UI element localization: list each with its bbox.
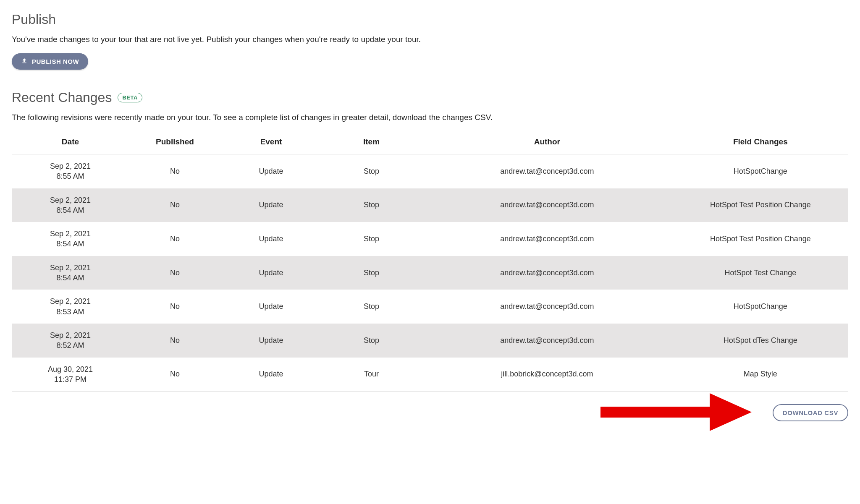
cell-field-changes: HotSpot dTes Change bbox=[673, 324, 848, 358]
cell-event: Update bbox=[221, 188, 321, 222]
date-line1: Sep 2, 2021 bbox=[15, 263, 126, 273]
table-row: Sep 2, 20218:54 AMNoUpdateStopandrew.tat… bbox=[12, 222, 848, 256]
cell-author: andrew.tat@concept3d.com bbox=[422, 188, 673, 222]
cell-published: No bbox=[129, 358, 221, 392]
beta-badge: BETA bbox=[118, 93, 142, 102]
date-line1: Sep 2, 2021 bbox=[15, 161, 126, 171]
date-line2: 8:52 AM bbox=[15, 340, 126, 350]
col-header-field-changes: Field Changes bbox=[673, 131, 848, 154]
recent-changes-title: Recent Changes bbox=[12, 90, 112, 105]
cell-item: Stop bbox=[321, 154, 422, 188]
recent-changes-description: The following revisions were recently ma… bbox=[12, 113, 848, 122]
cell-published: No bbox=[129, 222, 221, 256]
col-header-date: Date bbox=[12, 131, 129, 154]
cell-field-changes: HotSpot Test Position Change bbox=[673, 188, 848, 222]
upload-icon bbox=[21, 57, 28, 65]
annotation-arrow-icon bbox=[600, 389, 752, 433]
cell-item: Stop bbox=[321, 324, 422, 358]
cell-item: Tour bbox=[321, 358, 422, 392]
cell-date: Sep 2, 20218:54 AM bbox=[12, 188, 129, 222]
cell-field-changes: HotSpotChange bbox=[673, 290, 848, 324]
table-row: Aug 30, 202111:37 PMNoUpdateTourjill.bob… bbox=[12, 358, 848, 392]
publish-title: Publish bbox=[12, 12, 848, 27]
cell-event: Update bbox=[221, 222, 321, 256]
col-header-author: Author bbox=[422, 131, 673, 154]
cell-event: Update bbox=[221, 256, 321, 290]
table-row: Sep 2, 20218:55 AMNoUpdateStopandrew.tat… bbox=[12, 154, 848, 188]
cell-date: Sep 2, 20218:54 AM bbox=[12, 222, 129, 256]
cell-author: andrew.tat@concept3d.com bbox=[422, 256, 673, 290]
publish-now-button[interactable]: PUBLISH NOW bbox=[12, 53, 88, 70]
publish-description: You've made changes to your tour that ar… bbox=[12, 35, 848, 44]
changes-table: Date Published Event Item Author Field C… bbox=[12, 131, 848, 392]
cell-event: Update bbox=[221, 290, 321, 324]
svg-marker-1 bbox=[710, 393, 752, 431]
col-header-event: Event bbox=[221, 131, 321, 154]
cell-field-changes: HotSpot Test Position Change bbox=[673, 222, 848, 256]
publish-now-label: PUBLISH NOW bbox=[32, 58, 79, 65]
cell-event: Update bbox=[221, 154, 321, 188]
date-line2: 11:37 PM bbox=[15, 374, 126, 384]
cell-author: andrew.tat@concept3d.com bbox=[422, 324, 673, 358]
cell-date: Sep 2, 20218:55 AM bbox=[12, 154, 129, 188]
date-line2: 8:53 AM bbox=[15, 307, 126, 317]
date-line1: Sep 2, 2021 bbox=[15, 195, 126, 205]
cell-item: Stop bbox=[321, 290, 422, 324]
cell-published: No bbox=[129, 290, 221, 324]
cell-item: Stop bbox=[321, 188, 422, 222]
cell-field-changes: HotSpotChange bbox=[673, 154, 848, 188]
col-header-published: Published bbox=[129, 131, 221, 154]
date-line2: 8:54 AM bbox=[15, 239, 126, 249]
cell-field-changes: Map Style bbox=[673, 358, 848, 392]
table-row: Sep 2, 20218:52 AMNoUpdateStopandrew.tat… bbox=[12, 324, 848, 358]
cell-field-changes: HotSpot Test Change bbox=[673, 256, 848, 290]
download-csv-button[interactable]: DOWNLOAD CSV bbox=[773, 404, 848, 421]
cell-author: andrew.tat@concept3d.com bbox=[422, 222, 673, 256]
date-line2: 8:55 AM bbox=[15, 171, 126, 181]
cell-author: andrew.tat@concept3d.com bbox=[422, 290, 673, 324]
date-line1: Aug 30, 2021 bbox=[15, 364, 126, 374]
cell-published: No bbox=[129, 154, 221, 188]
date-line2: 8:54 AM bbox=[15, 273, 126, 283]
cell-event: Update bbox=[221, 324, 321, 358]
cell-item: Stop bbox=[321, 256, 422, 290]
cell-date: Aug 30, 202111:37 PM bbox=[12, 358, 129, 392]
cell-author: jill.bobrick@concept3d.com bbox=[422, 358, 673, 392]
cell-item: Stop bbox=[321, 222, 422, 256]
col-header-item: Item bbox=[321, 131, 422, 154]
cell-published: No bbox=[129, 188, 221, 222]
table-row: Sep 2, 20218:54 AMNoUpdateStopandrew.tat… bbox=[12, 188, 848, 222]
date-line1: Sep 2, 2021 bbox=[15, 296, 126, 306]
date-line2: 8:54 AM bbox=[15, 205, 126, 215]
cell-event: Update bbox=[221, 358, 321, 392]
cell-published: No bbox=[129, 256, 221, 290]
cell-date: Sep 2, 20218:54 AM bbox=[12, 256, 129, 290]
date-line1: Sep 2, 2021 bbox=[15, 229, 126, 239]
cell-author: andrew.tat@concept3d.com bbox=[422, 154, 673, 188]
date-line1: Sep 2, 2021 bbox=[15, 330, 126, 340]
table-row: Sep 2, 20218:53 AMNoUpdateStopandrew.tat… bbox=[12, 290, 848, 324]
cell-date: Sep 2, 20218:53 AM bbox=[12, 290, 129, 324]
cell-date: Sep 2, 20218:52 AM bbox=[12, 324, 129, 358]
cell-published: No bbox=[129, 324, 221, 358]
table-row: Sep 2, 20218:54 AMNoUpdateStopandrew.tat… bbox=[12, 256, 848, 290]
svg-rect-0 bbox=[600, 407, 714, 418]
